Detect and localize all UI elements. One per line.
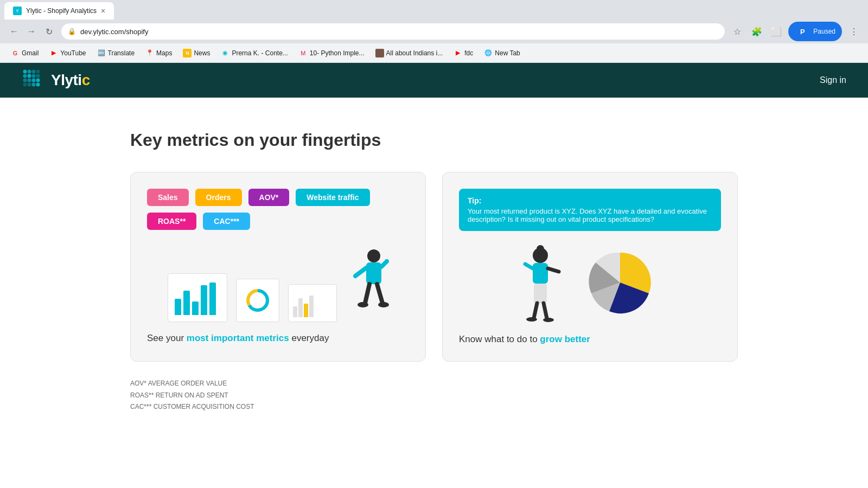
active-tab[interactable]: Y Ylytic - Shopify Analytics × (4, 2, 114, 20)
nav-buttons: ← → ↻ (7, 24, 56, 39)
bookmark-newtab[interactable]: 🌐 New Tab (480, 47, 524, 60)
bookmark-translate[interactable]: 🔤 Translate (93, 47, 139, 60)
bookmark-gmail-label: Gmail (22, 49, 39, 57)
mini-chart-widget (288, 284, 337, 322)
tab-close-button[interactable]: × (101, 7, 105, 15)
sign-in-button[interactable]: Sign in (820, 75, 846, 85)
svg-rect-32 (534, 284, 547, 303)
svg-line-30 (548, 268, 559, 272)
bar3 (192, 301, 199, 315)
address-bar[interactable]: 🔒 dev.ylytic.com/shopify (61, 23, 725, 40)
svg-line-31 (525, 264, 533, 268)
browser-toolbar: ← → ↻ 🔒 dev.ylytic.com/shopify ☆ 🧩 ⬜ P P… (0, 20, 868, 43)
translate-icon: 🔤 (97, 49, 106, 57)
bookmark-maps[interactable]: 📍 Maps (141, 47, 176, 60)
svg-point-7 (36, 74, 40, 78)
svg-point-12 (23, 83, 27, 87)
pie-chart (579, 242, 661, 323)
extensions-icon[interactable]: 🧩 (749, 24, 764, 39)
card2-caption-before: Know what to do to (459, 334, 540, 344)
news-icon: N (183, 49, 192, 57)
svg-point-3 (36, 70, 40, 74)
bookmark-python[interactable]: M 10- Python Imple... (295, 47, 369, 60)
url-text: dev.ylytic.com/shopify (80, 28, 718, 36)
paused-button[interactable]: P Paused (788, 22, 842, 41)
tag-website-traffic[interactable]: Website traffic (296, 189, 369, 206)
card2-illustration (459, 242, 721, 323)
bar-chart-widget (168, 273, 227, 322)
tip-text: Your most returned product is XYZ. Does … (468, 207, 712, 223)
maps-icon: 📍 (145, 49, 154, 57)
bookmark-fdc[interactable]: ▶ fdc (449, 47, 477, 60)
donut-chart-widget (236, 279, 279, 322)
tab-favicon: Y (13, 7, 22, 15)
page-title: Key metrics on your fingertips (130, 130, 738, 150)
tag-aov[interactable]: AOV* (248, 189, 290, 206)
bookmark-newtab-label: New Tab (495, 49, 520, 57)
svg-point-1 (28, 70, 31, 74)
bookmark-youtube[interactable]: ▶ YouTube (45, 47, 90, 60)
prerna-icon: ◉ (221, 49, 229, 57)
logo-text: Ylytic (51, 72, 90, 89)
browser-chrome: Y Ylytic - Shopify Analytics × ← → ↻ 🔒 d… (0, 0, 868, 63)
svg-point-36 (543, 318, 554, 322)
indians-icon (375, 49, 384, 57)
card1-caption: See your most important metrics everyday (147, 333, 409, 344)
mini-bar1 (293, 306, 297, 317)
bookmark-indians-label: All about Indians i... (386, 49, 443, 57)
bookmark-fdc-label: fdc (464, 49, 473, 57)
footnotes: AOV* AVERAGE ORDER VALUE ROAS** RETURN O… (130, 378, 738, 413)
bar5 (209, 282, 216, 315)
youtube-icon: ▶ (49, 49, 58, 57)
grow-better-card: Tip: Your most returned product is XYZ. … (442, 172, 738, 362)
tag-cac[interactable]: CAC*** (203, 213, 250, 230)
back-button[interactable]: ← (7, 24, 22, 39)
logo: Ylytic (22, 68, 90, 92)
main-content: Key metrics on your fingertips Sales Ord… (108, 98, 760, 446)
card2-caption-highlight: grow better (540, 334, 590, 344)
app-header: Ylytic Sign in (0, 63, 868, 98)
svg-point-15 (36, 83, 40, 87)
bookmarks-bar: G Gmail ▶ YouTube 🔤 Translate 📍 Maps N N… (0, 43, 868, 63)
forward-button[interactable]: → (24, 24, 39, 39)
fdc-icon: ▶ (454, 49, 462, 57)
card1-illustration (147, 241, 409, 322)
mini-bar4 (309, 296, 314, 317)
python-icon: M (299, 49, 308, 57)
footnote-aov: AOV* AVERAGE ORDER VALUE (130, 378, 738, 390)
more-options-icon[interactable]: ⋮ (846, 24, 861, 39)
svg-line-23 (365, 284, 369, 303)
mini-bar3 (304, 304, 308, 317)
metrics-card: Sales Orders AOV* Website traffic ROAS**… (130, 172, 426, 362)
bookmark-maps-label: Maps (156, 49, 172, 57)
svg-line-22 (381, 261, 387, 267)
paused-label: Paused (813, 28, 835, 35)
tab-title: Ylytic - Shopify Analytics (26, 7, 97, 15)
svg-point-4 (23, 74, 27, 78)
card1-caption-after: everyday (289, 333, 329, 343)
bookmark-gmail[interactable]: G Gmail (7, 47, 43, 60)
bookmark-youtube-label: YouTube (60, 49, 86, 57)
svg-point-26 (378, 302, 389, 307)
refresh-button[interactable]: ↻ (41, 24, 56, 39)
profile-menu-icon[interactable]: ⬜ (769, 24, 784, 39)
bookmark-indians[interactable]: All about Indians i... (371, 47, 448, 60)
bookmark-news[interactable]: N News (178, 47, 214, 60)
tag-orders[interactable]: Orders (195, 189, 242, 206)
svg-line-33 (534, 303, 537, 318)
svg-point-25 (358, 302, 368, 307)
bookmark-prerna-label: Prerna K. - Conte... (232, 49, 288, 57)
metrics-tags: Sales Orders AOV* Website traffic ROAS**… (147, 189, 409, 230)
tag-sales[interactable]: Sales (147, 189, 189, 206)
person2-figure (520, 243, 569, 322)
svg-point-9 (28, 79, 31, 82)
svg-point-0 (23, 70, 27, 74)
bar1 (175, 299, 181, 315)
gmail-icon: G (11, 49, 20, 57)
bookmark-star-icon[interactable]: ☆ (730, 24, 745, 39)
bookmark-news-label: News (194, 49, 210, 57)
tag-roas[interactable]: ROAS** (147, 213, 196, 230)
svg-point-35 (526, 317, 537, 322)
bookmark-prerna[interactable]: ◉ Prerna K. - Conte... (216, 47, 292, 60)
svg-rect-20 (366, 262, 381, 284)
